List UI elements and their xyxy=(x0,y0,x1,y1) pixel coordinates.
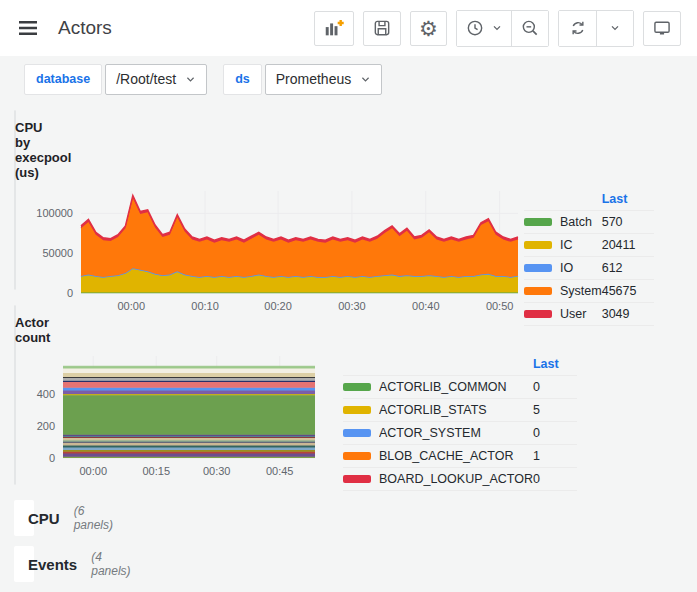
legend-series-label[interactable]: BLOB_CACHE_ACTOR xyxy=(379,449,533,463)
row-cpu[interactable]: CPU (6 panels) xyxy=(14,500,34,536)
svg-text:00:00: 00:00 xyxy=(117,300,145,312)
legend-item: BOARD_LOOKUP_ACTOR0 xyxy=(343,467,577,490)
cycle-view-mode-button[interactable] xyxy=(643,11,681,46)
row-panel-count: (4 panels) xyxy=(91,550,130,578)
chevron-down-icon xyxy=(491,22,503,34)
toolbar: ⚙ xyxy=(314,10,681,47)
svg-text:00:50: 00:50 xyxy=(486,300,514,312)
row-events[interactable]: Events (4 panels) xyxy=(14,546,34,582)
legend-series-last-value: 0 xyxy=(533,472,577,486)
legend-series-label[interactable]: BOARD_LOOKUP_ACTOR xyxy=(379,472,533,486)
legend-item: Batch570 xyxy=(524,210,654,233)
legend-series-last-value: 3049 xyxy=(602,307,654,321)
legend-series-label[interactable]: ACTORLIB_COMMON xyxy=(379,380,533,394)
svg-text:00:10: 00:10 xyxy=(191,300,219,312)
time-controls-group xyxy=(456,10,549,47)
datasource-select-value: Prometheus xyxy=(276,71,351,87)
panel-body: 020040000:0000:1500:3000:45 LastACTORLIB… xyxy=(15,346,29,495)
time-range-button[interactable] xyxy=(457,11,511,46)
refresh-icon xyxy=(568,18,588,38)
chevron-down-icon xyxy=(360,74,371,85)
clock-icon xyxy=(465,18,485,38)
menu-toggle-button[interactable] xyxy=(10,10,46,46)
navbar: Actors ⚙ xyxy=(0,0,697,56)
actor-count-chart[interactable]: 020040000:0000:1500:3000:45 xyxy=(19,346,321,486)
legend-series-color-icon xyxy=(524,287,552,295)
save-icon xyxy=(372,18,392,38)
legend-series-last-value: 1 xyxy=(533,449,577,463)
legend-series-last-value: 5 xyxy=(533,403,577,417)
svg-text:50000: 50000 xyxy=(42,247,73,259)
refresh-button[interactable] xyxy=(559,11,596,46)
legend-series-color-icon xyxy=(343,406,371,414)
gear-icon: ⚙ xyxy=(419,18,438,39)
datasource-select[interactable]: Prometheus xyxy=(265,64,382,95)
svg-text:0: 0 xyxy=(67,287,73,299)
svg-text:00:30: 00:30 xyxy=(338,300,366,312)
chevron-down-icon xyxy=(609,22,621,34)
legend-series-label[interactable]: ACTORLIB_STATS xyxy=(379,403,533,417)
legend-series-color-icon xyxy=(524,264,552,272)
svg-text:400: 400 xyxy=(37,388,55,400)
legend-item: System45675 xyxy=(524,279,654,302)
panel-actor-count: Actor count 020040000:0000:1500:3000:45 … xyxy=(14,305,16,485)
svg-text:00:00: 00:00 xyxy=(79,465,107,477)
database-select-value: /Root/test xyxy=(116,71,176,87)
legend-series-last-value: 0 xyxy=(533,380,577,394)
hamburger-icon xyxy=(16,16,40,40)
svg-text:00:40: 00:40 xyxy=(412,300,440,312)
legend-header-last[interactable]: Last xyxy=(602,192,654,206)
legend-series-label[interactable]: IO xyxy=(560,261,602,275)
legend-series-label[interactable]: IC xyxy=(560,238,602,252)
legend-header-row: Last xyxy=(343,352,577,375)
legend-series-last-value: 0 xyxy=(533,426,577,440)
legend-header-row: Last xyxy=(524,187,654,210)
svg-text:00:30: 00:30 xyxy=(203,465,231,477)
legend-series-label[interactable]: ACTOR_SYSTEM xyxy=(379,426,533,440)
legend-series-color-icon xyxy=(524,310,552,318)
refresh-group xyxy=(558,10,634,47)
database-select[interactable]: /Root/test xyxy=(105,64,207,95)
zoom-out-time-button[interactable] xyxy=(511,11,548,46)
svg-text:00:15: 00:15 xyxy=(142,465,170,477)
legend-series-label[interactable]: System xyxy=(560,284,602,298)
variable-label-database: database xyxy=(24,64,102,95)
legend-series-last-value: 20411 xyxy=(602,238,654,252)
dashboard-title[interactable]: Actors xyxy=(58,17,112,39)
legend-item: ACTORLIB_STATS5 xyxy=(343,398,577,421)
legend-series-color-icon xyxy=(343,429,371,437)
legend-header-last[interactable]: Last xyxy=(533,357,577,371)
legend-item: BLOB_CACHE_ACTOR1 xyxy=(343,444,577,467)
row-panel-count: (6 panels) xyxy=(74,504,113,532)
refresh-interval-button[interactable] xyxy=(596,11,633,46)
legend-series-color-icon xyxy=(343,452,371,460)
panel-body: 05000010000000:0000:1000:2000:3000:4000:… xyxy=(15,181,29,330)
cpu-execpool-legend: LastBatch570IC20411IO612System45675User3… xyxy=(524,187,654,326)
legend-series-color-icon xyxy=(524,218,552,226)
legend-item: ACTOR_SYSTEM0 xyxy=(343,421,577,444)
variable-ds: ds Prometheus xyxy=(223,64,382,95)
dashboard-settings-button[interactable]: ⚙ xyxy=(410,11,447,46)
svg-text:0: 0 xyxy=(49,452,55,464)
legend-item: IO612 xyxy=(524,256,654,279)
legend-item: User3049 xyxy=(524,302,654,325)
chevron-down-icon xyxy=(185,74,196,85)
app-root: Actors ⚙ xyxy=(0,0,697,110)
legend-series-color-icon xyxy=(524,241,552,249)
variable-database: database /Root/test xyxy=(24,64,207,95)
legend-series-last-value: 612 xyxy=(602,261,654,275)
row-title: CPU xyxy=(28,510,60,527)
svg-text:00:20: 00:20 xyxy=(264,300,292,312)
svg-text:100000: 100000 xyxy=(36,207,73,219)
svg-text:00:45: 00:45 xyxy=(266,465,294,477)
legend-series-label[interactable]: Batch xyxy=(560,215,602,229)
legend-series-label[interactable]: User xyxy=(560,307,602,321)
legend-series-last-value: 45675 xyxy=(602,284,654,298)
legend-series-color-icon xyxy=(343,475,371,483)
cpu-execpool-chart[interactable]: 05000010000000:0000:1000:2000:3000:4000:… xyxy=(19,181,524,321)
variable-label-ds: ds xyxy=(223,64,262,95)
legend-series-last-value: 570 xyxy=(602,215,654,229)
variables-bar: database /Root/test ds Prometheus xyxy=(0,56,697,102)
add-panel-button[interactable] xyxy=(314,11,354,46)
save-dashboard-button[interactable] xyxy=(363,11,401,46)
